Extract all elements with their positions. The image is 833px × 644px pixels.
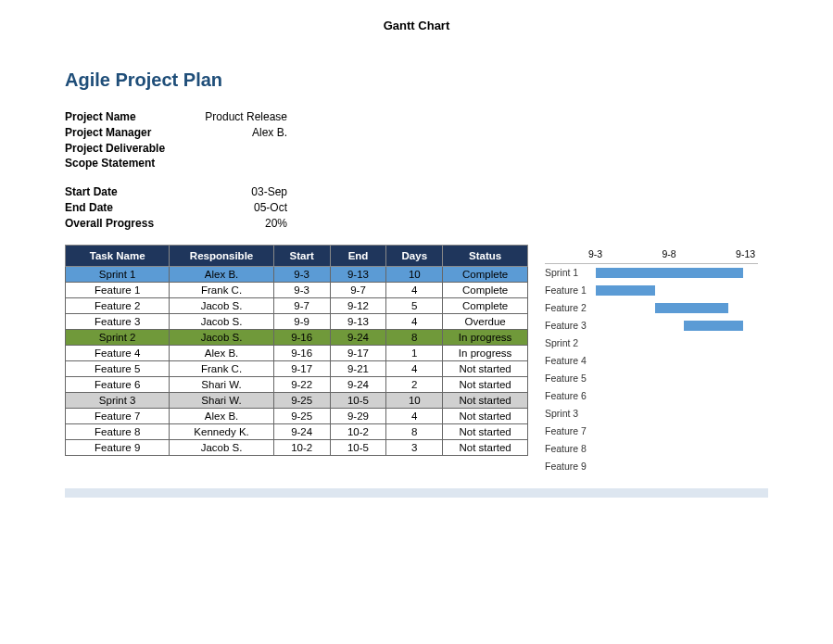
gantt-track: [596, 355, 758, 366]
cell-resp: Alex B.: [170, 408, 273, 423]
gantt-label: Feature 2: [545, 302, 596, 313]
cell-end: 9-24: [330, 376, 386, 392]
gantt-label: Feature 7: [545, 425, 596, 436]
info-label: Scope Statement: [65, 156, 195, 171]
document-title: Gantt Chart: [65, 19, 768, 32]
cell-start: 9-16: [273, 329, 330, 345]
gantt-row: Sprint 3: [545, 405, 758, 423]
gantt-label: Feature 5: [545, 373, 596, 384]
cell-days: 3: [386, 439, 443, 455]
gantt-label: Sprint 1: [545, 267, 596, 278]
gantt-row: Feature 1: [545, 282, 758, 299]
cell-days: 10: [386, 392, 443, 408]
gantt-track: [596, 337, 758, 348]
cell-start: 10-2: [273, 439, 330, 455]
cell-status: In progress: [443, 345, 528, 360]
gantt-row: Sprint 2: [545, 335, 758, 352]
cell-days: 2: [386, 376, 443, 392]
cell-start: 9-24: [273, 423, 330, 439]
cell-days: 4: [386, 313, 443, 329]
column-header: End: [330, 245, 386, 266]
cell-task: Feature 7: [66, 408, 170, 423]
cell-end: 9-29: [330, 408, 386, 423]
cell-task: Feature 8: [66, 423, 170, 439]
info-value: Alex B.: [195, 125, 287, 141]
cell-resp: Jacob S.: [170, 329, 273, 345]
gantt-track: [596, 267, 758, 278]
cell-status: Complete: [443, 297, 528, 313]
gantt-row: Feature 7: [545, 423, 758, 440]
gantt-label: Sprint 2: [545, 337, 596, 348]
cell-start: 9-22: [273, 376, 330, 392]
task-table: Task NameResponsibleStartEndDaysStatus S…: [65, 245, 528, 456]
info-value: Product Release: [195, 109, 287, 125]
cell-end: 9-17: [330, 345, 386, 360]
gantt-bar: [596, 285, 655, 296]
project-info-block-1: Project NameProduct ReleaseProject Manag…: [65, 109, 768, 171]
cell-end: 10-5: [330, 392, 386, 408]
info-label: Start Date: [65, 184, 195, 200]
gantt-axis: 9-39-89-13: [545, 245, 758, 264]
info-value: [195, 156, 287, 171]
gantt-track: [596, 390, 758, 401]
gantt-chart: 9-39-89-13 Sprint 1Feature 1Feature 2Fea…: [545, 245, 758, 475]
cell-resp: Jacob S.: [170, 297, 273, 313]
cell-status: Not started: [443, 392, 528, 408]
gantt-row: Feature 9: [545, 458, 758, 475]
cell-status: Complete: [443, 266, 528, 282]
table-row: Feature 4Alex B.9-169-171In progress: [66, 345, 528, 360]
project-title: Agile Project Plan: [65, 69, 768, 91]
cell-end: 9-24: [330, 329, 386, 345]
gantt-label: Feature 6: [545, 390, 596, 401]
cell-days: 4: [386, 282, 443, 297]
cell-days: 8: [386, 329, 443, 345]
cell-task: Sprint 3: [66, 392, 170, 408]
cell-status: Overdue: [443, 313, 528, 329]
gantt-track: [596, 302, 758, 313]
cell-task: Sprint 2: [66, 329, 170, 345]
cell-start: 9-25: [273, 392, 330, 408]
table-row: Feature 5Frank C.9-179-214Not started: [66, 360, 528, 376]
info-value: [195, 141, 287, 157]
gantt-label: Feature 4: [545, 355, 596, 366]
cell-status: In progress: [443, 329, 528, 345]
cell-start: 9-7: [273, 297, 330, 313]
info-label: Overall Progress: [65, 216, 195, 232]
gantt-track: [596, 443, 758, 454]
cell-status: Not started: [443, 408, 528, 423]
cell-end: 9-13: [330, 266, 386, 282]
info-label: Project Deliverable: [65, 141, 195, 157]
info-value: 20%: [195, 216, 287, 232]
cell-days: 4: [386, 360, 443, 376]
cell-task: Feature 1: [66, 282, 170, 297]
cell-status: Not started: [443, 439, 528, 455]
cell-resp: Kennedy K.: [170, 423, 273, 439]
gantt-row: Feature 4: [545, 352, 758, 370]
column-header: Task Name: [66, 245, 170, 266]
cell-days: 1: [386, 345, 443, 360]
cell-status: Not started: [443, 360, 528, 376]
gantt-row: Feature 2: [545, 299, 758, 317]
gantt-track: [596, 320, 758, 331]
cell-status: Not started: [443, 423, 528, 439]
gantt-row: Feature 5: [545, 370, 758, 387]
cell-days: 8: [386, 423, 443, 439]
cell-end: 9-13: [330, 313, 386, 329]
table-row: Feature 1Frank C.9-39-74Complete: [66, 282, 528, 297]
gantt-track: [596, 425, 758, 436]
cell-start: 9-25: [273, 408, 330, 423]
cell-end: 10-5: [330, 439, 386, 455]
gantt-row: Sprint 1: [545, 264, 758, 282]
table-row: Feature 2Jacob S.9-79-125Complete: [66, 297, 528, 313]
column-header: Start: [273, 245, 330, 266]
cell-status: Not started: [443, 376, 528, 392]
cell-days: 4: [386, 408, 443, 423]
table-row: Feature 8Kennedy K.9-2410-28Not started: [66, 423, 528, 439]
gantt-bar: [684, 321, 743, 331]
gantt-label: Feature 1: [545, 284, 596, 296]
column-header: Days: [386, 245, 443, 266]
table-row: Sprint 2Jacob S.9-169-248In progress: [66, 329, 528, 345]
gantt-label: Sprint 3: [545, 408, 596, 419]
gantt-label: Feature 9: [545, 461, 596, 472]
table-row: Feature 3Jacob S.9-99-134Overdue: [66, 313, 528, 329]
